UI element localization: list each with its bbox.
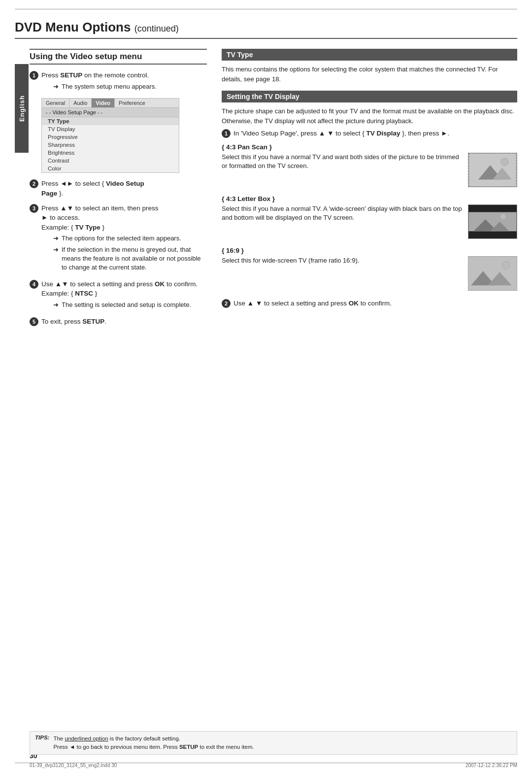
pan-scan-preview — [468, 153, 517, 187]
arrow-symbol: ➜ — [53, 82, 59, 92]
menu-item-5: Contrast — [42, 157, 179, 165]
menu-tabs: General Audio Video Preference — [42, 99, 179, 108]
page: English DVD Menu Options (continued) Usi… — [0, 0, 532, 772]
setup-exit-bold: SETUP — [82, 318, 104, 325]
svg-point-13 — [502, 261, 510, 269]
border-top — [15, 9, 517, 9]
arrow-sym-4: ➜ — [53, 301, 59, 310]
tv-type-heading: TV Type — [222, 49, 517, 61]
ok-confirm-bold: OK — [349, 300, 359, 307]
step-4-content: Use ▲▼ to select a setting and press OK … — [41, 279, 207, 312]
left-column: Using the Video setup menu 1 Press SETUP… — [15, 49, 207, 331]
step-2-content: Press ◄► to select { Video SetupPage }. — [41, 179, 207, 198]
menu-item-2: Progressive — [42, 133, 179, 141]
tips-section: TIPS: The underlined option is the facto… — [30, 731, 517, 755]
underlined-option: underlined option — [65, 736, 108, 741]
step-5-content: To exit, press SETUP. — [41, 317, 207, 327]
menu-item-3: Sharpness — [42, 141, 179, 149]
tips-line-2: Press ◄ to go back to previous menu item… — [53, 743, 254, 751]
right-column: TV Type This menu contains the options f… — [222, 49, 517, 331]
video-setup-page-bold: Video SetupPage — [41, 180, 144, 197]
tips-inner: TIPS: The underlined option is the facto… — [35, 735, 512, 752]
setting-tv-display-heading: Setting the TV Display — [222, 91, 517, 102]
r-step1-arrows: ▲ ▼ — [319, 130, 333, 137]
setup-bold: SETUP — [60, 71, 82, 79]
ntsc-example: NTSC — [75, 290, 93, 297]
tv-display-bold: TV Display — [366, 130, 400, 137]
step2-arrows: ◄► — [60, 180, 73, 187]
widescreen-option: { 16:9 } Select this for wide-screen TV … — [222, 247, 517, 291]
widescreen-title: { 16:9 } — [222, 247, 517, 254]
menu-table: General Audio Video Preference - - Video… — [41, 98, 179, 173]
right-step-2: 2 Use ▲ ▼ to select a setting and press … — [222, 299, 517, 308]
pan-scan-image — [468, 153, 517, 187]
widescreen-text: Select this for wide-screen TV (frame ra… — [222, 256, 463, 266]
step-1-arrow: ➜ The system setup menu appears. — [53, 82, 207, 92]
pan-scan-title: { 4:3 Pan Scan } — [222, 143, 517, 151]
main-content: DVD Menu Options (continued) Using the V… — [15, 20, 517, 331]
arrow-sym-1: ➜ — [53, 234, 59, 243]
letter-box-option: { 4:3 Letter Box } Select this if you ha… — [222, 195, 517, 239]
step-1-content: Press SETUP on the remote control. ➜ The… — [41, 70, 207, 93]
widescreen-row: Select this for wide-screen TV (frame ra… — [222, 256, 517, 291]
widescreen-preview — [468, 256, 517, 291]
right-step-1-num: 1 — [222, 129, 231, 138]
setting-tv-display-body: The picture shape can be adjusted to fit… — [222, 106, 517, 126]
step-5-number: 5 — [30, 317, 38, 326]
svg-point-4 — [501, 158, 509, 166]
footer: 01-39_dvp3120_3124_55_eng2.indd 30 2007-… — [30, 763, 517, 768]
menu-page-title: - - Video Setup Page - - — [42, 108, 179, 117]
footer-right: 2007-12-12 2:36:22 PM — [466, 763, 517, 768]
step3-arrows: ▲▼ — [60, 204, 73, 212]
letter-box-title: { 4:3 Letter Box } — [222, 195, 517, 202]
tips-line-1: The underlined option is the factory def… — [53, 735, 254, 743]
menu-item-6: Color — [42, 165, 179, 172]
page-title: DVD Menu Options (continued) — [15, 20, 517, 39]
step-4-number: 4 — [30, 280, 38, 289]
step-4-arrow: ➜ The setting is selected and setup is c… — [53, 301, 207, 310]
right-step-2-content: Use ▲ ▼ to select a setting and press OK… — [233, 299, 517, 308]
step-3: 3 Press ▲▼ to select an item, then press… — [30, 203, 207, 274]
step-3-number: 3 — [30, 204, 38, 213]
letter-box-row: Select this if you have a normal TV. A '… — [222, 204, 517, 239]
step-2-number: 2 — [30, 179, 38, 188]
tips-text: The underlined option is the factory def… — [53, 735, 254, 752]
tab-audio: Audio — [69, 99, 92, 107]
arrow-sym-2: ➜ — [53, 245, 59, 255]
step-3-arrow-1: ➜ The options for the selected item appe… — [53, 234, 207, 243]
svg-point-9 — [500, 213, 506, 219]
pan-scan-text: Select this if you have a normal TV and … — [222, 153, 463, 171]
two-column-layout: Using the Video setup menu 1 Press SETUP… — [15, 49, 517, 331]
step-5: 5 To exit, press SETUP. — [30, 317, 207, 327]
footer-left: 01-39_dvp3120_3124_55_eng2.indd 30 — [30, 763, 117, 768]
setup-tips-bold: SETUP — [179, 744, 198, 750]
tv-type-body: This menu contains the options for selec… — [222, 65, 517, 84]
tv-type-example: TV Type — [75, 224, 100, 231]
step3-right-arrow: ► — [41, 214, 48, 221]
menu-item-0: TY Type — [42, 117, 179, 125]
menu-item-1: TV Display — [42, 125, 179, 133]
setting-tv-display: Setting the TV Display The picture shape… — [222, 91, 517, 308]
step-1: 1 Press SETUP on the remote control. ➜ T… — [30, 70, 207, 93]
step-3-arrow-2: ➜ If the selection in the menu is greyed… — [53, 245, 207, 272]
menu-item-4: Brightness — [42, 149, 179, 157]
step4-arrows: ▲▼ — [55, 280, 68, 288]
tab-preference: Preference — [115, 99, 149, 107]
pan-scan-row: Select this if you have a normal TV and … — [222, 153, 517, 187]
step-1-number: 1 — [30, 71, 38, 80]
step-4: 4 Use ▲▼ to select a setting and press O… — [30, 279, 207, 312]
right-step-1: 1 In 'Video Setup Page', press ▲ ▼ to se… — [222, 129, 517, 138]
letter-box-text: Select this if you have a normal TV. A '… — [222, 204, 463, 223]
step-2: 2 Press ◄► to select { Video SetupPage }… — [30, 179, 207, 198]
pan-scan-option: { 4:3 Pan Scan } Select this if you have… — [222, 143, 517, 187]
r-step2-arrows: ▲ ▼ — [247, 300, 262, 307]
letter-box-preview — [468, 204, 517, 239]
right-step-1-content: In 'Video Setup Page', press ▲ ▼ to sele… — [233, 129, 517, 138]
step-3-content: Press ▲▼ to select an item, then press ►… — [41, 203, 207, 274]
tips-label: TIPS: — [35, 735, 49, 752]
letter-box-image — [468, 205, 517, 238]
widescreen-image — [468, 257, 517, 290]
right-step-2-num: 2 — [222, 299, 231, 308]
left-section-heading: Using the Video setup menu — [30, 49, 207, 65]
tab-video: Video — [92, 99, 115, 107]
